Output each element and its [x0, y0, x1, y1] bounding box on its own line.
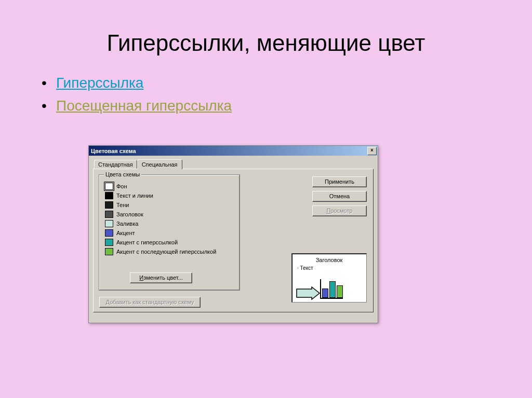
color-label: Заголовок — [116, 211, 143, 217]
svg-marker-0 — [297, 287, 320, 299]
swatch-icon — [105, 229, 113, 237]
visited-hyperlink-example[interactable]: Посещенная гиперссылка — [56, 98, 232, 114]
tab-panel: Цвета схемы Фон Текст и линии Тени — [93, 169, 374, 312]
preview-text: · Текст — [297, 265, 363, 271]
swatch-icon — [105, 220, 113, 227]
add-standard-scheme-button[interactable]: Добавить как стандартную схему — [99, 297, 201, 308]
color-row-accent-hyperlink[interactable]: Акцент с гиперссылкой — [105, 238, 235, 247]
color-label: Акцент — [116, 230, 135, 236]
dialog-body: Стандартная Специальная Цвета схемы Фон … — [89, 156, 378, 323]
color-row-accent[interactable]: Акцент — [105, 228, 235, 238]
swatch-icon — [105, 192, 113, 199]
color-scheme-dialog: Цветовая схема × Стандартная Специальная… — [88, 145, 378, 323]
apply-button[interactable]: Применить — [312, 176, 367, 187]
color-label: Тени — [116, 202, 129, 208]
color-label: Фон — [116, 183, 127, 189]
preview-button[interactable]: Просмотр — [312, 205, 367, 216]
color-label: Акцент с гиперссылкой — [116, 239, 178, 245]
close-button[interactable]: × — [367, 147, 377, 155]
tab-custom[interactable]: Специальная — [137, 159, 182, 169]
scheme-colors-group: Цвета схемы Фон Текст и линии Тени — [99, 174, 240, 291]
change-color-button[interactable]: Изменить цвет... — [130, 272, 192, 283]
color-row-title[interactable]: Заголовок — [105, 210, 235, 219]
hyperlink-example[interactable]: Гиперссылка — [56, 75, 143, 91]
color-row-accent-followed[interactable]: Акцент с последующей гиперссылкой — [105, 247, 235, 256]
dialog-title: Цветовая схема — [91, 148, 136, 154]
slide-title: Гиперссылки, меняющие цвет — [0, 0, 532, 61]
group-label: Цвета схемы — [104, 171, 141, 177]
color-row-shadows[interactable]: Тени — [105, 200, 235, 210]
color-label: Текст и линии — [116, 193, 153, 199]
preview-box: Заголовок · Текст — [291, 253, 367, 303]
bar-chart-icon — [320, 279, 343, 299]
swatch-icon — [105, 201, 113, 209]
swatch-icon — [105, 211, 113, 218]
bullet-item: • Гиперссылка — [42, 75, 490, 91]
arrow-shape-icon — [296, 286, 317, 299]
bullet-list: • Гиперссылка • Посещенная гиперссылка — [0, 61, 532, 114]
color-row-text[interactable]: Текст и линии — [105, 191, 235, 200]
side-buttons: Применить Отмена Просмотр — [312, 176, 367, 220]
preview-title: Заголовок — [295, 257, 363, 263]
color-row-background[interactable]: Фон — [105, 182, 235, 191]
cancel-button[interactable]: Отмена — [312, 191, 367, 202]
tabs: Стандартная Специальная — [94, 159, 374, 169]
swatch-icon — [105, 183, 113, 190]
bullet-dot: • — [42, 75, 56, 91]
dialog-titlebar: Цветовая схема × — [89, 146, 378, 156]
bullet-dot: • — [42, 98, 56, 114]
color-row-fill[interactable]: Заливка — [105, 219, 235, 228]
bullet-item: • Посещенная гиперссылка — [42, 98, 490, 114]
preview-graphics — [296, 279, 343, 299]
color-label: Акцент с последующей гиперссылкой — [116, 249, 216, 255]
color-label: Заливка — [116, 221, 138, 227]
swatch-icon — [105, 239, 113, 246]
swatch-icon — [105, 248, 113, 255]
color-list: Фон Текст и линии Тени Заголовок — [100, 175, 239, 258]
